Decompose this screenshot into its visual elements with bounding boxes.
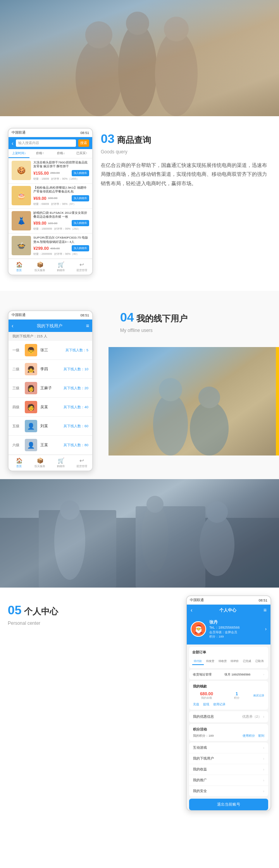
tab-pending-review[interactable]: 待评价 bbox=[229, 658, 241, 665]
addr-value: 张月 18925566566 bbox=[224, 672, 250, 677]
svg-point-2 bbox=[118, 23, 157, 116]
btn-withdraw[interactable]: 提现 bbox=[203, 702, 209, 706]
nav-returns-label-04: 退货管理 bbox=[76, 464, 87, 468]
section-05-content: 05 个人中心 Personal center 中国联通 08:51 ‹ 个人中… bbox=[0, 588, 279, 827]
menu-icon-05[interactable]: ≡ bbox=[264, 607, 267, 613]
tab-sort-time[interactable]: 上架时间↓ bbox=[9, 149, 29, 158]
menu-item-revenue[interactable]: 我的收益 › bbox=[189, 764, 268, 775]
product-name: 大洗谷粮头菇饼干760G烘焙野花食品批发零食 豌豆饼干 酥性饼干 bbox=[33, 161, 89, 169]
btn-checkin[interactable]: 签到 bbox=[258, 734, 264, 738]
tab-pending-ship[interactable]: 待发货 bbox=[205, 658, 216, 665]
addr-label: 收货地址管理 bbox=[193, 672, 212, 677]
nav-service-04[interactable]: 📦 投买服务 bbox=[29, 457, 50, 468]
menu-item-security[interactable]: 我的安全 › bbox=[189, 786, 268, 796]
wallet-points-label: 积分 bbox=[223, 696, 250, 700]
svg-point-6 bbox=[153, 394, 188, 455]
service-icon: 📦 bbox=[37, 261, 43, 268]
section-personal-center: 05 个人中心 Personal center 中国联通 08:51 ‹ 个人中… bbox=[0, 479, 279, 827]
user-row-2[interactable]: 二级 👧 李四 其下线人数：10 bbox=[9, 360, 92, 379]
menu-arrow-security: › bbox=[263, 789, 264, 793]
wallet-record[interactable]: 购买记录 bbox=[253, 694, 264, 698]
product-item[interactable]: 🎂 【柏粉食品,肉松饼整箱2.5KG】福建特产零食传统糕点早餐食品礼包 ¥69.… bbox=[9, 184, 92, 209]
menu-arrow-promo: › bbox=[263, 779, 264, 782]
product-price: ¥155.00 bbox=[33, 171, 49, 175]
points-actions-row: 我的积分：189 使用积分 签到 bbox=[193, 734, 264, 738]
user-row-6[interactable]: 六级 👤 王某 其下线人数：80 bbox=[9, 436, 92, 455]
bottom-nav-04: 🏠 首页 📦 投买服务 🛒 购物车 ↩ 退货管理 bbox=[9, 455, 92, 471]
nav-cart-04[interactable]: 🛒 购物车 bbox=[50, 457, 71, 468]
phone-status-bar-04: 中国联通 08:51 bbox=[9, 311, 92, 320]
tab-sort-price-asc[interactable]: 价格↑ bbox=[29, 149, 50, 158]
carrier: 中国联通 bbox=[12, 130, 26, 135]
coupon-value: 优惠券（2） bbox=[242, 714, 262, 719]
menu-item-offline[interactable]: 我的下线用户 › bbox=[189, 753, 268, 764]
personal-center-phone: 中国联通 08:51 ‹ 个人中心 ≡ 🎅 张丹 TeL：18925566566… bbox=[186, 595, 271, 811]
btn-history[interactable]: 使用记录 bbox=[213, 702, 226, 706]
nav-home[interactable]: 🏠 首页 bbox=[9, 261, 29, 272]
tab-sort-price-desc[interactable]: 价格↓ bbox=[50, 149, 71, 158]
nav-home-label-04: 首页 bbox=[16, 464, 22, 468]
section-06-title-row: 06 图标 bbox=[8, 865, 271, 868]
add-to-cart-btn[interactable]: 加入购物车 bbox=[72, 245, 89, 251]
product-info: 大洗谷粮头菇饼干760G烘焙野花食品批发零食 豌豆饼干 酥性饼干 ¥155.00… bbox=[33, 161, 89, 181]
nav-service[interactable]: 📦 投买服务 bbox=[29, 261, 50, 272]
tab-cancelled[interactable]: 已取消 bbox=[253, 658, 265, 665]
user-row-3[interactable]: 三级 👩 王麻子 其下线人数：20 bbox=[9, 379, 92, 398]
nav-service-label-04: 投买服务 bbox=[34, 464, 45, 468]
offline-image-inner bbox=[108, 347, 279, 455]
product-price: ¥299.00 bbox=[33, 246, 49, 251]
tab-completed[interactable]: 已完成 bbox=[241, 658, 253, 665]
nav-home-04[interactable]: 🏠 首页 bbox=[9, 457, 29, 468]
user-sub-count: 其下线人数：20 bbox=[64, 386, 88, 391]
svg-point-0 bbox=[76, 39, 122, 116]
menu-label-revenue: 我的收益 bbox=[193, 767, 207, 772]
service-icon-04: 📦 bbox=[37, 457, 43, 464]
svg-point-17 bbox=[200, 514, 234, 576]
product-item[interactable]: 🍪 大洗谷粮头菇饼干760G烘焙野花食品批发零食 豌豆饼干 酥性饼干 ¥155.… bbox=[9, 158, 92, 184]
coupon-arrow[interactable]: › bbox=[263, 715, 264, 719]
section-icons: 06 图标 Icon bbox=[0, 850, 279, 868]
menu-item-games[interactable]: 互动游戏 › bbox=[189, 743, 268, 753]
nav-cart[interactable]: 🛒 购物车 bbox=[50, 261, 71, 272]
chevron-right-icon[interactable]: › bbox=[265, 626, 267, 632]
nav-returns-04[interactable]: ↩ 退货管理 bbox=[71, 457, 92, 468]
menu-icon-04[interactable]: ≡ bbox=[86, 323, 89, 329]
svg-point-9 bbox=[198, 387, 220, 408]
search-button[interactable]: 搜索 bbox=[78, 139, 89, 147]
btn-recharge[interactable]: 充值 bbox=[193, 702, 199, 706]
search-input[interactable]: 输入搜索内容 bbox=[16, 139, 76, 147]
wallet-balance-amount: 680.00 bbox=[193, 691, 220, 696]
personal-title: 个人中心 bbox=[219, 607, 236, 613]
users-header: ‹ 我的下线用户 ≡ bbox=[9, 320, 92, 332]
order-title: 全部订单 bbox=[192, 650, 265, 655]
user-row-1[interactable]: 一级 👦 张三 其下线人数：5 bbox=[9, 341, 92, 360]
product-meta: 销量：1689999 好评率：99%（292） bbox=[33, 227, 89, 231]
menu-item-promo[interactable]: 我的推广 › bbox=[189, 775, 268, 786]
section-03-content: 中国联通 08:51 ‹ 输入搜索内容 搜索 上架时间↓ 价格↑ 价格↓ 已买买… bbox=[0, 116, 279, 291]
user-row-4[interactable]: 四级 🧑 吴某 其下线人数：40 bbox=[9, 398, 92, 417]
product-image: 🎂 bbox=[12, 186, 31, 205]
tab-bought[interactable]: 已买买↑ bbox=[71, 149, 92, 158]
user-name: 刘某 bbox=[40, 423, 60, 429]
user-level: 五级 bbox=[12, 424, 22, 429]
user-row-5[interactable]: 五级 👤 刘某 其下线人数：60 bbox=[9, 417, 92, 436]
back-icon[interactable]: ‹ bbox=[12, 140, 14, 146]
tab-pending-receive[interactable]: 待收货 bbox=[217, 658, 228, 665]
btn-use-points[interactable]: 使用积分 bbox=[243, 734, 255, 738]
search-placeholder: 输入搜索内容 bbox=[18, 141, 39, 145]
coupon-label: 我的优惠信息 bbox=[193, 714, 214, 719]
logout-button[interactable]: 退出当前账号 bbox=[189, 799, 268, 810]
tab-pending-pay[interactable]: 待付款 bbox=[192, 658, 204, 665]
product-price: ¥69.00 bbox=[33, 196, 46, 201]
add-to-cart-btn[interactable]: 加入购物车 bbox=[72, 170, 89, 176]
product-item[interactable]: 🍲 SUPOR/苏泊尔 CFXB40FC833-75 电饭煲4L智能电饭锅好适温… bbox=[9, 234, 92, 259]
product-name: SUPOR/苏泊尔 CFXB40FC833-75 电饭煲4L智能电饭锅好适温3～… bbox=[33, 236, 89, 244]
product-price-old: 406.00 bbox=[50, 247, 60, 250]
add-to-cart-btn[interactable]: 加入购物车 bbox=[72, 220, 89, 226]
address-row[interactable]: 收货地址管理 张月 18925566566 › bbox=[189, 670, 268, 679]
product-item[interactable]: 👗 妙精的口袋 ELFSACK 2012童女女装折叠花边边修身连衣裙 一枚 ¥8… bbox=[9, 209, 92, 234]
add-to-cart-btn[interactable]: 加入购物车 bbox=[72, 195, 89, 201]
nav-returns[interactable]: ↩ 退货管理 bbox=[71, 261, 92, 272]
back-icon-05[interactable]: ‹ bbox=[191, 607, 193, 613]
addr-arrow: › bbox=[263, 673, 264, 676]
